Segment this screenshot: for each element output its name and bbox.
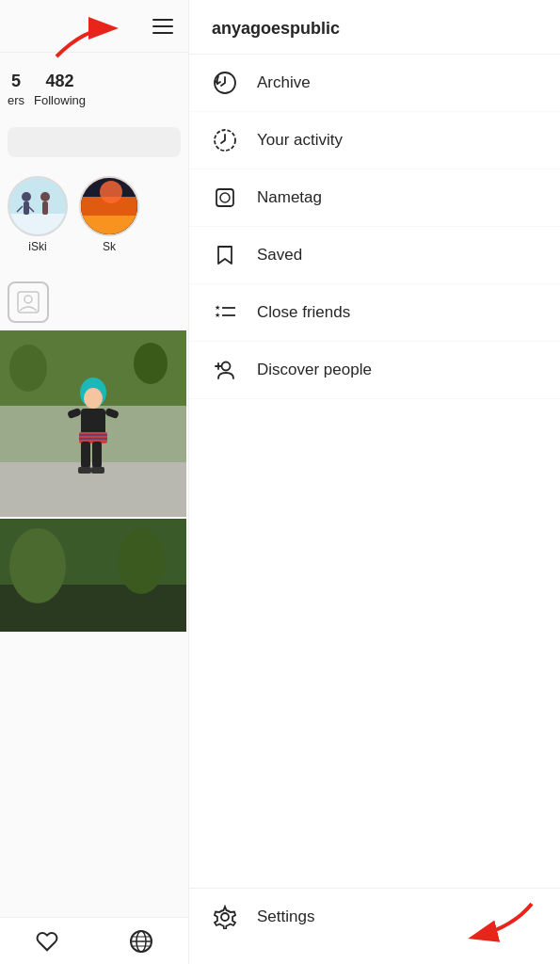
discover-label: Discover people xyxy=(257,361,372,379)
photo-skater xyxy=(0,330,186,517)
search-bar[interactable] xyxy=(8,127,181,157)
profile-panel: 5 ers 482 Following xyxy=(0,0,188,964)
menu-username: anyagoespublic xyxy=(189,0,560,55)
menu-item-activity[interactable]: Your activity xyxy=(189,112,560,169)
svg-rect-45 xyxy=(216,189,233,206)
highlight-item[interactable]: iSki xyxy=(8,176,68,253)
photo-bottom xyxy=(0,519,186,632)
svg-rect-32 xyxy=(91,467,104,474)
placeholder-photo-icon xyxy=(8,281,49,323)
dropdown-menu: anyagoespublic Archive Your activity xyxy=(188,0,560,964)
svg-point-6 xyxy=(40,192,50,201)
heart-nav-icon[interactable] xyxy=(35,929,59,954)
nametag-label: Nametag xyxy=(257,188,322,207)
discover-people-icon xyxy=(212,357,238,383)
highlight-label-sk: Sk xyxy=(103,240,116,253)
svg-point-35 xyxy=(9,528,66,603)
svg-rect-31 xyxy=(78,467,91,474)
highlight-item-2[interactable]: Sk xyxy=(79,176,139,253)
svg-point-51 xyxy=(222,362,231,371)
nametag-icon xyxy=(212,185,238,211)
activity-label: Your activity xyxy=(257,131,343,150)
highlight-circle-ski xyxy=(8,176,68,236)
arrow-indicator-top xyxy=(47,9,122,70)
activity-icon xyxy=(212,127,238,153)
following-stat: 482 Following xyxy=(34,72,86,108)
bottom-nav xyxy=(0,917,188,964)
settings-label: Settings xyxy=(257,908,314,926)
hamburger-button[interactable] xyxy=(152,19,173,34)
svg-point-2 xyxy=(22,192,31,201)
svg-rect-1 xyxy=(9,214,66,236)
highlights-row: iSki Sk xyxy=(0,167,188,263)
following-label: Following xyxy=(34,93,86,107)
saved-label: Saved xyxy=(257,246,302,265)
settings-icon xyxy=(212,904,238,930)
menu-item-nametag[interactable]: Nametag xyxy=(189,169,560,227)
svg-point-46 xyxy=(220,193,230,202)
menu-item-archive[interactable]: Archive xyxy=(189,55,560,112)
svg-point-36 xyxy=(118,528,165,594)
menu-item-discover[interactable]: Discover people xyxy=(189,342,560,399)
close-friends-icon: ★ ★ xyxy=(212,299,238,326)
svg-text:★: ★ xyxy=(215,304,220,311)
arrow-indicator-bottom xyxy=(456,894,541,955)
saved-icon xyxy=(212,242,238,268)
close-friends-label: Close friends xyxy=(257,303,350,322)
highlight-label-iski: iSki xyxy=(28,240,46,253)
svg-point-20 xyxy=(71,342,99,376)
archive-icon xyxy=(212,70,238,96)
archive-label: Archive xyxy=(257,73,311,92)
svg-rect-26 xyxy=(79,438,107,440)
svg-text:★: ★ xyxy=(215,312,220,318)
menu-item-saved[interactable]: Saved xyxy=(189,227,560,284)
svg-rect-3 xyxy=(24,201,29,215)
svg-rect-27 xyxy=(81,442,90,468)
photo-grid xyxy=(0,330,188,632)
menu-item-close-friends[interactable]: ★ ★ Close friends xyxy=(189,284,560,342)
followers-label: ers xyxy=(8,93,24,107)
svg-point-18 xyxy=(9,345,47,392)
highlight-circle-ski2 xyxy=(79,176,139,236)
svg-point-11 xyxy=(100,181,122,203)
globe-nav-icon[interactable] xyxy=(129,929,153,954)
svg-rect-28 xyxy=(92,442,102,468)
following-count: 482 xyxy=(34,72,86,91)
followers-stat: 5 ers xyxy=(8,72,24,108)
svg-point-19 xyxy=(134,343,168,384)
svg-rect-25 xyxy=(79,434,107,436)
followers-count: 5 xyxy=(8,72,24,91)
svg-point-13 xyxy=(24,296,32,303)
svg-rect-7 xyxy=(42,201,48,215)
svg-point-22 xyxy=(84,388,103,409)
svg-point-54 xyxy=(221,913,229,921)
profile-placeholder xyxy=(0,263,188,330)
